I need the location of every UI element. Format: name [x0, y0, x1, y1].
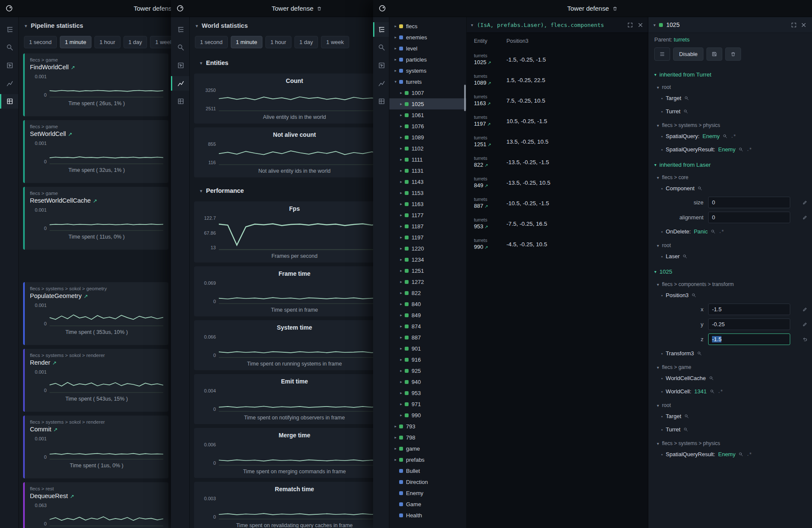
chevron-right-icon[interactable]: ▸: [398, 202, 404, 206]
tree-item-Bullet[interactable]: Bullet: [389, 465, 466, 476]
entity-id-link[interactable]: 1251↗: [474, 141, 506, 148]
inspector-scope-root[interactable]: ▾root: [648, 398, 812, 410]
rail-search-button[interactable]: [0, 40, 18, 55]
inspector-scope-flecs-systems-physics[interactable]: ▾flecs > systems > physics: [648, 436, 812, 448]
chevron-right-icon[interactable]: ▸: [393, 57, 398, 62]
open-link-icon[interactable]: ↗: [485, 163, 488, 168]
chevron-right-icon[interactable]: ▸: [398, 291, 404, 295]
field-input-alignment[interactable]: 0: [708, 212, 790, 223]
close-icon[interactable]: [637, 22, 644, 28]
open-link-icon[interactable]: ↗: [53, 427, 58, 433]
tree-item-game[interactable]: ▸game: [389, 443, 466, 454]
tree-item-1163[interactable]: ▸1163: [389, 198, 466, 209]
entity-id-link[interactable]: 822↗: [474, 162, 506, 168]
component-value-link[interactable]: 1341: [694, 388, 707, 395]
rail-inspect-button[interactable]: [0, 58, 18, 73]
chevron-right-icon[interactable]: ▸: [398, 313, 404, 317]
tree-item-Health[interactable]: Health: [389, 510, 466, 521]
chevron-right-icon[interactable]: ▸: [398, 346, 404, 351]
open-link-icon[interactable]: ↗: [485, 183, 488, 188]
column-header-position3[interactable]: Position3: [506, 38, 528, 44]
tree-item-940[interactable]: ▸940: [389, 376, 466, 387]
entity-id-link[interactable]: 1025↗: [474, 59, 506, 66]
rail-grid-button[interactable]: [373, 94, 389, 109]
open-link-icon[interactable]: ↗: [487, 101, 491, 106]
entity-id-link[interactable]: 990↗: [474, 244, 506, 251]
delete-button[interactable]: [725, 47, 741, 61]
magnifier-icon-slot[interactable]: [684, 414, 689, 419]
component-row-spatialquery-[interactable]: •SpatialQuery:Enemy.*: [648, 130, 812, 143]
component-row-spatialqueryresult-[interactable]: •SpatialQueryResult:Enemy.*: [648, 448, 812, 461]
open-link-icon[interactable]: ↗: [68, 131, 72, 137]
chevron-right-icon[interactable]: ▸: [398, 224, 404, 228]
query-expression[interactable]: (IsA, prefabs.Laser), flecs.components: [477, 22, 623, 28]
stat-title[interactable]: SetWorldCell↗: [30, 130, 163, 137]
chevron-right-icon[interactable]: ▸: [398, 357, 404, 362]
magnifier-icon-slot[interactable]: [723, 134, 728, 139]
entity-id-link[interactable]: 849↗: [474, 182, 506, 189]
tree-item-1076[interactable]: ▸1076: [389, 121, 466, 132]
component-row-turret[interactable]: •Turret: [648, 105, 812, 118]
tree-item-1272[interactable]: ▸1272: [389, 276, 466, 287]
field-input-size[interactable]: 0: [708, 197, 790, 208]
trash-icon[interactable]: [316, 6, 322, 12]
open-link-icon[interactable]: ↗: [485, 204, 488, 209]
tree-item-1143[interactable]: ▸1143: [389, 176, 466, 187]
chevron-down-icon[interactable]: ▾: [653, 23, 656, 27]
trash-icon[interactable]: [612, 6, 618, 12]
tree-item-prefabs[interactable]: ▸prefabs: [389, 454, 466, 465]
expand-icon[interactable]: [791, 22, 797, 28]
tab-1-week[interactable]: 1 week: [321, 36, 349, 48]
tree-item-1131[interactable]: ▸1131: [389, 165, 466, 176]
tree-item-840[interactable]: ▸840: [389, 298, 466, 310]
magnifier-icon-slot[interactable]: [683, 254, 688, 259]
edit-pencil-icon[interactable]: [802, 200, 808, 205]
chevron-right-icon[interactable]: ▸: [398, 280, 404, 284]
stat-title[interactable]: FindWorldCell↗: [30, 64, 163, 71]
stat-title[interactable]: DequeueRest↗: [30, 493, 163, 499]
tree-item-925[interactable]: ▸925: [389, 365, 466, 376]
inspector-scope-flecs-components-transform[interactable]: ▾flecs > components > transform: [648, 277, 812, 289]
table-row[interactable]: turrets887↗-10.5, -0.25, -1.5: [467, 193, 648, 213]
chevron-right-icon[interactable]: ▸: [398, 268, 404, 273]
table-row[interactable]: turrets1251↗13.5, -0.25, 10.5: [467, 131, 648, 152]
tree-item-turrets[interactable]: ▾turrets: [389, 76, 466, 87]
tree-item-level[interactable]: ▸level: [389, 43, 466, 54]
tree-item-1025[interactable]: ▸1025: [389, 98, 466, 109]
rail-chart-button[interactable]: [171, 76, 189, 91]
tree-item-Game[interactable]: Game: [389, 499, 466, 510]
stat-title[interactable]: Commit↗: [30, 426, 163, 433]
table-row[interactable]: turrets1025↗-1.5, -0.25, -1.5: [467, 49, 648, 70]
tree-item-1153[interactable]: ▸1153: [389, 187, 466, 198]
table-row[interactable]: turrets849↗-13.5, -0.25, 10.5: [467, 172, 648, 193]
rail-tree-button[interactable]: [0, 22, 18, 37]
chevron-right-icon[interactable]: ▸: [393, 68, 398, 73]
open-link-icon[interactable]: ↗: [485, 245, 488, 250]
open-link-icon[interactable]: ↗: [487, 122, 491, 127]
component-row-position3[interactable]: •Position3: [648, 289, 812, 302]
open-link-icon[interactable]: ↗: [71, 65, 75, 71]
component-row-component[interactable]: •Component: [648, 182, 812, 195]
parent-link[interactable]: turrets: [674, 36, 690, 43]
open-link-icon[interactable]: ↗: [93, 198, 97, 204]
tab-1-day[interactable]: 1 day: [124, 36, 147, 48]
chevron-right-icon[interactable]: ▸: [398, 124, 404, 128]
tree-item-1111[interactable]: ▸1111: [389, 154, 466, 165]
chevron-right-icon[interactable]: ▸: [398, 102, 404, 106]
inspector-section-inherited-from-turret[interactable]: ▾inherited from Turret: [648, 66, 812, 80]
magnifier-icon-slot[interactable]: [683, 109, 688, 114]
tab-1-second[interactable]: 1 second: [24, 36, 57, 48]
component-value-link[interactable]: Enemy: [703, 133, 720, 139]
rail-inspect-button[interactable]: [171, 58, 189, 73]
table-row[interactable]: turrets822↗-13.5, -0.25, -1.5: [467, 152, 648, 172]
component-row-transform3[interactable]: •Transform3: [648, 347, 812, 360]
tree-item-953[interactable]: ▸953: [389, 387, 466, 398]
tab-1-minute[interactable]: 1 minute: [60, 36, 91, 48]
magnifier-icon-slot[interactable]: [697, 351, 702, 356]
chevron-right-icon[interactable]: ▸: [398, 369, 404, 373]
close-icon[interactable]: [800, 22, 807, 28]
tree-item-990[interactable]: ▸990: [389, 410, 466, 421]
open-link-icon[interactable]: ↗: [70, 493, 74, 499]
chevron-right-icon[interactable]: ▸: [398, 135, 404, 139]
tree-item-1061[interactable]: ▸1061: [389, 109, 466, 121]
